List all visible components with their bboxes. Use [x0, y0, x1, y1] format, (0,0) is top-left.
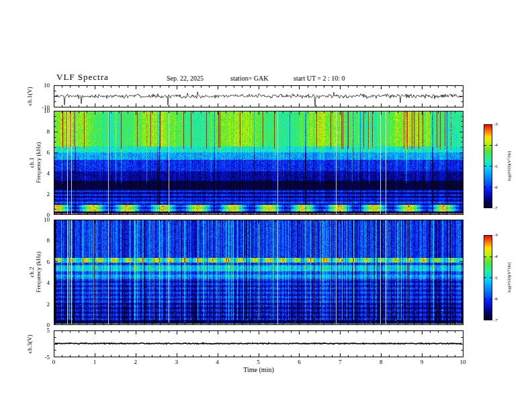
- colorbar-tick-label: -7: [494, 318, 504, 323]
- colorbar-tick-label: -7: [494, 205, 504, 211]
- y-tick-label: 6: [31, 259, 50, 265]
- frequency-units-label-line: Frequency (kHz): [35, 142, 42, 183]
- x-tick-label: 8: [371, 359, 391, 365]
- colorbar-tick-label: -3: [494, 232, 504, 238]
- x-tick-label: 4: [208, 359, 228, 365]
- time-axis-label: Time (min): [243, 366, 273, 373]
- y-tick-label: 5: [31, 327, 50, 334]
- colorbar-tick-label: -3: [494, 122, 504, 127]
- x-tick-label: 7: [330, 359, 350, 365]
- colorbar-tick-label: -5: [494, 164, 504, 169]
- plot-title: VLF Spectra: [56, 72, 109, 83]
- ch1-spectrogram-canvas: [54, 111, 463, 215]
- colorbar-tick-label: -6: [494, 296, 504, 302]
- colorbar1-canvas: [484, 124, 492, 208]
- y-tick-label: 8: [31, 128, 50, 135]
- colorbar2-unit-label: log(PSD)(V²/Hz): [506, 263, 511, 293]
- x-tick-label: 3: [167, 359, 187, 365]
- colorbar-tick-label: -4: [494, 142, 504, 148]
- ch3-voltage-axis-label: ch.3(V): [26, 334, 33, 353]
- y-tick-label: 2: [31, 191, 50, 197]
- y-tick-label: 6: [31, 149, 50, 156]
- x-tick-label: 5: [249, 359, 269, 365]
- ch3-voltage-trace-canvas: [54, 330, 463, 357]
- colorbar1-unit-label: log(PSD)(V²/Hz): [506, 151, 511, 181]
- ch2-label-line: ch.2: [28, 251, 35, 292]
- frequency-units-label-line: Frequency (kHz): [35, 251, 42, 292]
- ch1-frequency-axis-label: ch.1 Frequency (kHz): [28, 142, 42, 183]
- colorbar-tick-label: -5: [494, 275, 504, 281]
- x-tick-label: 1: [85, 359, 105, 365]
- x-tick-label: 0: [44, 359, 64, 365]
- ch1-voltage-axis-label: ch.1(V): [26, 87, 33, 105]
- x-tick-label: 6: [289, 359, 309, 365]
- start-ut-label: start UT = 2 : 10: 0: [294, 75, 345, 82]
- x-tick-label: 10: [453, 359, 473, 365]
- y-tick-label: 8: [31, 237, 50, 244]
- ch1-voltage-trace-canvas: [54, 85, 463, 107]
- y-tick-label: 2: [31, 301, 50, 308]
- station-label: station= GAK: [230, 75, 268, 82]
- vlf-spectra-figure: VLF Spectra Sep. 22, 2025 station= GAK s…: [0, 0, 532, 411]
- ch2-frequency-axis-label: ch.2 Frequency (kHz): [28, 251, 42, 292]
- y-tick-label: 10: [31, 107, 50, 114]
- y-tick-label: 10: [31, 216, 50, 223]
- colorbar2-canvas: [484, 235, 492, 320]
- date-label: Sep. 22, 2025: [167, 75, 204, 82]
- x-tick-label: 2: [126, 359, 146, 365]
- ch2-spectrogram-canvas: [54, 220, 463, 325]
- ch1-label-line: ch.1: [28, 142, 35, 183]
- x-tick-label: 9: [412, 359, 432, 365]
- colorbar-tick-label: -4: [494, 254, 504, 259]
- colorbar-tick-label: -6: [494, 185, 504, 190]
- y-tick-label: 10: [31, 82, 50, 89]
- y-tick-label: 4: [31, 279, 50, 286]
- y-tick-label: 4: [31, 170, 50, 177]
